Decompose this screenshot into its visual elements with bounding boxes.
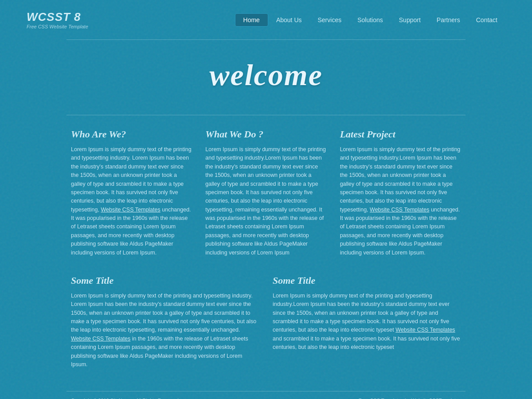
some-title-1-body: Lorem Ipsum is simply dummy text of the … [71,292,259,369]
nav-solutions[interactable]: Solutions [349,14,391,26]
some-title-2-heading: Some Title [273,275,461,286]
some-title-1-section: Some Title Lorem Ipsum is simply dummy t… [71,275,259,369]
what-we-do-section: What We Do ? Lorem Ipsum is simply dummy… [205,129,326,257]
main-content: Who Are We? Lorem Ipsum is simply dummy … [62,115,470,387]
some-title-2-body: Lorem Ipsum is simply dummy text of the … [273,292,461,352]
logo-subtitle: Free CSS Website Template [27,24,88,29]
latest-project-body: Lorem Ipsum is simply dummy text of the … [340,145,461,257]
some-title-1-heading: Some Title [71,275,259,286]
latest-project-title: Latest Project [340,129,461,140]
latest-project-link[interactable]: Website CSS Templates [370,207,429,213]
logo: WCSST 8 Free CSS Website Template [27,10,88,29]
three-col-section: Who Are We? Lorem Ipsum is simply dummy … [71,129,461,257]
header: WCSST 8 Free CSS Website Template Home A… [0,0,532,39]
what-we-do-title: What We Do ? [205,129,326,140]
latest-project-section: Latest Project Lorem Ipsum is simply dum… [340,129,461,257]
welcome-section: welcome [0,40,532,106]
main-nav: Home About Us Services Solutions Support… [235,13,505,27]
who-are-we-section: Who Are We? Lorem Ipsum is simply dummy … [71,129,192,257]
some-title-2-link[interactable]: Website CSS Templates [395,327,455,333]
footer: Copyright © 2010 SiteName - All Rights R… [62,391,470,399]
nav-services[interactable]: Services [310,14,350,26]
welcome-title: welcome [0,58,532,93]
some-title-2-section: Some Title Lorem Ipsum is simply dummy t… [273,275,461,369]
some-title-1-link[interactable]: Website CSS Templates [71,336,130,342]
nav-home[interactable]: Home [235,13,268,27]
nav-contact[interactable]: Contact [468,14,505,26]
who-are-we-link[interactable]: Website CSS Templates [101,207,160,213]
who-are-we-body: Lorem Ipsum is simply dummy text of the … [71,145,192,257]
logo-title: WCSST 8 [27,10,88,24]
what-we-do-body: Lorem Ipsum is simply dummy text of the … [205,145,326,257]
nav-about[interactable]: About Us [268,14,310,26]
two-col-section: Some Title Lorem Ipsum is simply dummy t… [71,275,461,369]
who-are-we-title: Who Are We? [71,129,192,140]
nav-support[interactable]: Support [391,14,429,26]
nav-partners[interactable]: Partners [429,14,468,26]
